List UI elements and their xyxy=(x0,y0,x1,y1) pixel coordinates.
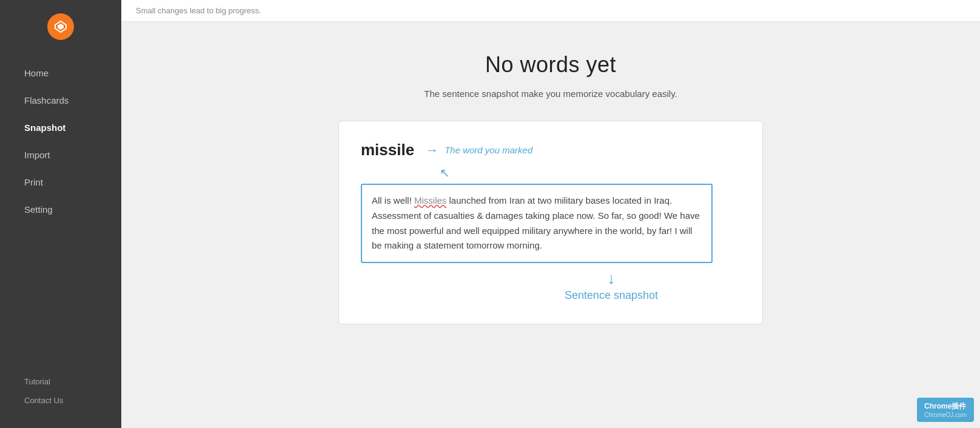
word-annotation-row: missile → The word you marked xyxy=(361,141,740,159)
sentence-snapshot-area: ↓ Sentence snapshot xyxy=(482,269,740,302)
sidebar-item-print[interactable]: Print xyxy=(0,169,121,196)
sidebar-item-tutorial[interactable]: Tutorial xyxy=(0,372,121,391)
logo-area xyxy=(0,0,121,53)
page-title: No words yet xyxy=(485,52,616,78)
sidebar-item-setting[interactable]: Setting xyxy=(0,196,121,223)
sidebar-item-home[interactable]: Home xyxy=(0,59,121,87)
sentence-snapshot-label: Sentence snapshot xyxy=(565,289,658,302)
app-logo[interactable] xyxy=(47,13,74,40)
arrow-up-left-icon: ↖ xyxy=(440,166,450,180)
svg-marker-1 xyxy=(58,24,64,30)
sidebar-item-flashcards[interactable]: Flashcards xyxy=(0,87,121,114)
sidebar-nav: Home Flashcards Snapshot Import Print Se… xyxy=(0,59,121,372)
demo-card: missile → The word you marked ↖ All is w… xyxy=(338,121,763,324)
top-bar: Small changes lead to big progress. xyxy=(121,0,980,22)
main-content: Small changes lead to big progress. No w… xyxy=(121,0,980,428)
sentence-box: All is well! Missiles launched from Iran… xyxy=(361,184,713,263)
sidebar-item-import[interactable]: Import xyxy=(0,141,121,169)
chrome-badge-main: Chrome插件 xyxy=(924,401,966,412)
arrow-down-icon: ↓ xyxy=(608,269,616,288)
chrome-badge-sub: ChromeOJ.com xyxy=(924,412,967,418)
word-annotation: The word you marked xyxy=(445,145,532,155)
sentence-text-before: All is well! xyxy=(372,195,414,206)
highlighted-word: Missiles xyxy=(414,195,446,206)
demo-word: missile xyxy=(361,141,414,159)
sidebar: Home Flashcards Snapshot Import Print Se… xyxy=(0,0,121,428)
chrome-badge: Chrome插件 ChromeOJ.com xyxy=(917,398,974,422)
arrow-right-icon: → xyxy=(425,142,438,158)
page-subtitle: The sentence snapshot make you memorize … xyxy=(424,89,677,99)
sidebar-item-contact-us[interactable]: Contact Us xyxy=(0,391,121,410)
sidebar-bottom: Tutorial Contact Us xyxy=(0,372,121,428)
tagline: Small changes lead to big progress. xyxy=(136,6,261,15)
sidebar-item-snapshot[interactable]: Snapshot xyxy=(0,114,121,141)
content-area: No words yet The sentence snapshot make … xyxy=(121,22,980,428)
